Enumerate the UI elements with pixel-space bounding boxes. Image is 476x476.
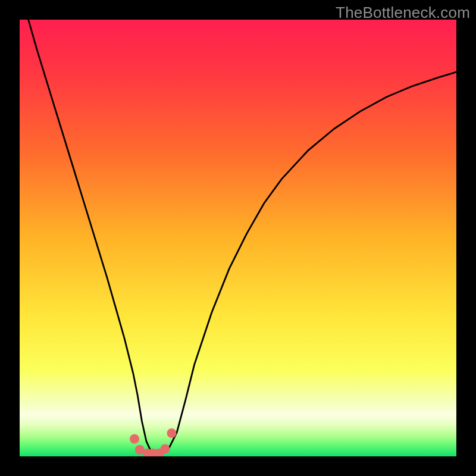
chart-canvas <box>20 20 456 456</box>
outer-frame: TheBottleneck.com <box>0 0 476 476</box>
chart-plot-area <box>20 20 456 456</box>
highlight-marker <box>167 428 176 438</box>
highlight-marker <box>130 434 139 444</box>
highlight-marker <box>160 444 170 454</box>
watermark-label: TheBottleneck.com <box>336 4 470 22</box>
gradient-background <box>20 20 456 456</box>
